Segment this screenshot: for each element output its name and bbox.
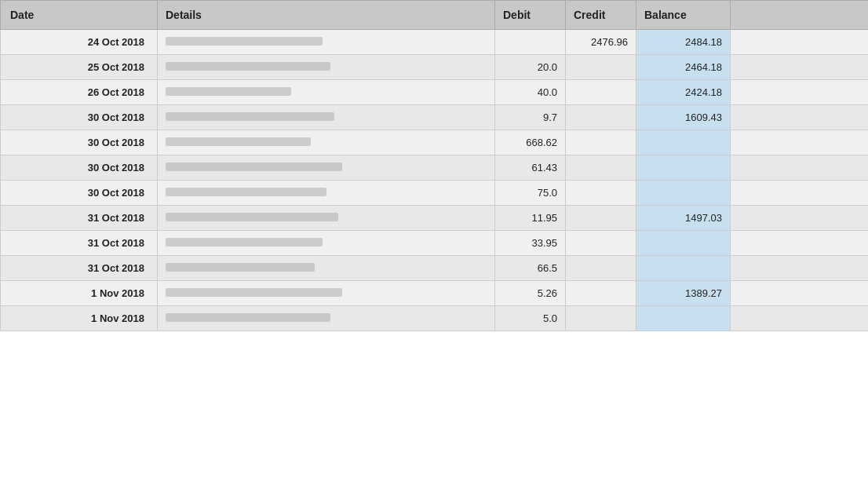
date-cell: 25 Oct 2018 [1,55,158,80]
details-cell [158,30,495,55]
balance-cell [636,306,731,331]
main-container: Date Details Debit Credit Balance 24 Oct… [0,0,868,504]
details-cell [158,155,495,181]
debit-cell: 11.95 [495,206,566,231]
balance-cell [636,155,731,181]
debit-cell: 40.0 [495,80,566,105]
date-cell: 31 Oct 2018 [1,231,158,256]
balance-cell [636,231,731,256]
table-row: 31 Oct 201833.95 [1,231,869,256]
table-row: 26 Oct 201840.02424.18 [1,80,869,105]
debit-cell: 5.26 [495,281,566,306]
extra-cell [731,306,869,331]
table-row: 1 Nov 20185.261389.27 [1,281,869,306]
balance-cell: 2484.18 [636,30,731,55]
credit-cell [566,55,636,80]
extra-cell [731,30,869,55]
transactions-table: Date Details Debit Credit Balance 24 Oct… [0,0,868,331]
header-row: Date Details Debit Credit Balance [1,1,869,30]
date-cell: 30 Oct 2018 [1,181,158,206]
details-cell [158,256,495,281]
debit-cell: 66.5 [495,256,566,281]
table-row: 30 Oct 201875.0 [1,181,869,206]
credit-header: Credit [566,1,636,30]
details-cell [158,281,495,306]
debit-header: Debit [495,1,566,30]
extra-cell [731,105,869,130]
credit-cell [566,80,636,105]
date-cell: 24 Oct 2018 [1,30,158,55]
extra-cell [731,181,869,206]
balance-cell: 2424.18 [636,80,731,105]
table-row: 24 Oct 20182476.962484.18 [1,30,869,55]
date-cell: 30 Oct 2018 [1,130,158,155]
extra-cell [731,206,869,231]
balance-cell [636,256,731,281]
balance-cell: 1497.03 [636,206,731,231]
extra-cell [731,55,869,80]
credit-cell [566,231,636,256]
details-cell [158,55,495,80]
extra-cell [731,281,869,306]
debit-cell [495,30,566,55]
balance-cell [636,181,731,206]
debit-cell: 20.0 [495,55,566,80]
debit-cell: 61.43 [495,155,566,181]
debit-cell: 75.0 [495,181,566,206]
details-cell [158,105,495,130]
extra-header [731,1,869,30]
date-cell: 31 Oct 2018 [1,256,158,281]
extra-cell [731,231,869,256]
credit-cell [566,306,636,331]
credit-cell [566,256,636,281]
table-row: 30 Oct 201861.43 [1,155,869,181]
balance-cell [636,130,731,155]
credit-cell [566,155,636,181]
details-cell [158,181,495,206]
extra-cell [731,256,869,281]
credit-cell: 2476.96 [566,30,636,55]
details-cell [158,306,495,331]
date-cell: 31 Oct 2018 [1,206,158,231]
details-cell [158,206,495,231]
table-row: 31 Oct 201866.5 [1,256,869,281]
credit-cell [566,281,636,306]
table-row: 31 Oct 201811.951497.03 [1,206,869,231]
credit-cell [566,105,636,130]
debit-cell: 5.0 [495,306,566,331]
extra-cell [731,80,869,105]
balance-cell: 2464.18 [636,55,731,80]
credit-cell [566,130,636,155]
extra-cell [731,155,869,181]
date-cell: 1 Nov 2018 [1,281,158,306]
date-cell: 26 Oct 2018 [1,80,158,105]
date-cell: 1 Nov 2018 [1,306,158,331]
details-cell [158,80,495,105]
date-cell: 30 Oct 2018 [1,105,158,130]
table-row: 25 Oct 201820.02464.18 [1,55,869,80]
table-row: 1 Nov 20185.0 [1,306,869,331]
extra-cell [731,130,869,155]
debit-cell: 668.62 [495,130,566,155]
credit-cell [566,181,636,206]
debit-cell: 33.95 [495,231,566,256]
table-row: 30 Oct 20189.71609.43 [1,105,869,130]
date-cell: 30 Oct 2018 [1,155,158,181]
details-cell [158,231,495,256]
balance-cell: 1389.27 [636,281,731,306]
credit-cell [566,206,636,231]
table-row: 30 Oct 2018668.62 [1,130,869,155]
date-header: Date [1,1,158,30]
balance-header: Balance [636,1,731,30]
debit-cell: 9.7 [495,105,566,130]
details-header: Details [158,1,495,30]
balance-cell: 1609.43 [636,105,731,130]
details-cell [158,130,495,155]
